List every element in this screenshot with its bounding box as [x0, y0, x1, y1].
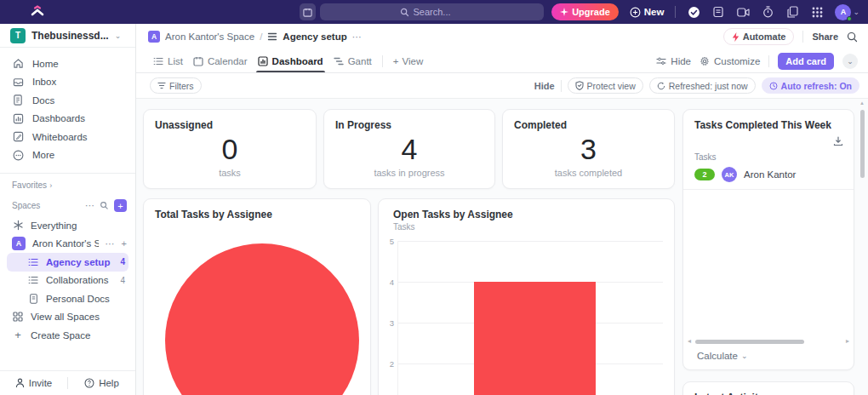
favorites-section-header[interactable]: Favorites › — [0, 173, 135, 193]
space-add-icon[interactable]: + — [122, 238, 127, 249]
space-avatar[interactable]: A — [148, 31, 160, 43]
breadcrumb-space[interactable]: Aron Kantor's Space — [165, 31, 254, 42]
clickup-logo[interactable] — [29, 3, 46, 20]
workspace-switcher[interactable]: T Thebusinessd... ⌄ — [0, 24, 135, 48]
sidebar-item-everything[interactable]: Everything — [0, 216, 135, 235]
breadcrumb-more-icon[interactable]: ⋯ — [352, 31, 362, 43]
scroll-right-icon[interactable]: ▸ — [846, 338, 849, 345]
user-avatar-menu[interactable]: A ⌄ — [835, 4, 859, 20]
tabs-actions-divider — [768, 55, 769, 67]
sidebar-item-more[interactable]: More — [0, 146, 135, 165]
invite-button[interactable]: Invite — [0, 371, 67, 395]
view-header: A Aron Kantor's Space / Agency setup ⋯ A… — [136, 24, 868, 49]
tab-calendar[interactable]: Calendar — [188, 49, 253, 72]
search-bar[interactable] — [320, 3, 544, 20]
y-axis-label: Tasks — [379, 220, 674, 232]
bar-aron-kantor[interactable] — [474, 282, 596, 395]
tabs-divider — [382, 55, 383, 67]
dashboard-canvas: Unassigned 0 tasks In Progress 4 tasks i… — [136, 99, 868, 395]
tab-gantt[interactable]: Gantt — [328, 49, 377, 72]
list-icon — [153, 56, 163, 66]
scroll-left-icon[interactable]: ◂ — [688, 338, 691, 345]
sidebar-nav: Home Inbox Docs Dashboards Whiteboards — [0, 48, 135, 173]
total-tasks-by-assignee-card: Total Tasks by Assignee — [143, 198, 371, 395]
share-button[interactable]: Share — [812, 31, 838, 42]
scrollbar-thumb[interactable] — [695, 340, 804, 344]
timer-icon[interactable] — [761, 5, 774, 19]
completed-card[interactable]: Completed 3 tasks completed — [502, 109, 675, 189]
toolbar-divider — [561, 80, 562, 92]
open-tasks-by-assignee-card: Open Tasks by Assignee Tasks 543210 — [378, 198, 675, 395]
filters-button[interactable]: Filters — [150, 77, 202, 94]
refresh-button[interactable]: Refreshed: just now — [649, 77, 756, 94]
scrollbar-thumb[interactable] — [860, 110, 865, 178]
hide-button[interactable]: Hide — [534, 81, 555, 91]
more-ellipsis-icon — [12, 149, 24, 161]
sidebar-item-dashboards[interactable]: Dashboards — [0, 110, 135, 129]
dashboards-icon — [12, 112, 24, 124]
invite-person-icon — [15, 378, 25, 388]
stat-subtitle: tasks — [219, 168, 241, 178]
search-input[interactable] — [414, 7, 465, 17]
stat-value: 0 — [222, 135, 238, 163]
space-name: Aron Kantor's Space — [32, 238, 99, 249]
video-camera-icon[interactable] — [736, 5, 750, 19]
list-label: Collaborations — [46, 275, 109, 285]
unassigned-card[interactable]: Unassigned 0 tasks — [143, 109, 317, 189]
sidebar-item-personal-docs[interactable]: Personal Docs — [7, 289, 128, 308]
card-title: Completed — [503, 110, 674, 131]
list-view-icon — [267, 31, 277, 42]
main-area: A Aron Kantor's Space / Agency setup ⋯ A… — [136, 24, 868, 395]
stat-value: 3 — [580, 135, 597, 163]
download-icon[interactable] — [833, 136, 843, 146]
customize-button[interactable]: Customize — [700, 56, 760, 66]
completed-count-badge: 2 — [694, 169, 715, 180]
tab-dashboard[interactable]: Dashboard — [253, 49, 328, 72]
sidebar-item-whiteboards[interactable]: Whiteboards — [0, 128, 135, 146]
sidebar-item-collaborations[interactable]: Collaborations 4 — [7, 272, 128, 290]
whiteboards-icon — [12, 131, 24, 143]
space-avatar: A — [12, 237, 26, 250]
column-header: Tasks — [683, 146, 854, 162]
calculate-dropdown[interactable]: Calculate ⌄ — [683, 346, 854, 369]
sidebar-item-agency-setup[interactable]: Agency setup 4 — [7, 253, 128, 272]
sidebar-item-home[interactable]: Home — [0, 54, 135, 73]
assignee-row[interactable]: 2 AK Aron Kantor — [683, 162, 854, 190]
header-actions: Automate Share — [723, 28, 858, 45]
spaces-search-icon[interactable] — [100, 201, 109, 210]
help-button[interactable]: Help — [68, 371, 135, 395]
scroll-up-icon[interactable]: ▲ — [859, 100, 865, 106]
protect-view-button[interactable]: Protect view — [568, 77, 643, 94]
breadcrumb-page[interactable]: Agency setup — [283, 31, 346, 42]
sidebar-item-create-space[interactable]: + Create Space — [0, 326, 135, 345]
help-icon — [84, 378, 94, 388]
topbar-center — [300, 3, 544, 20]
sidebar-item-aron-kantors-space[interactable]: A Aron Kantor's Space ⋯ + — [0, 235, 135, 254]
space-more-icon[interactable]: ⋯ — [106, 238, 115, 249]
spaces-more-icon[interactable]: ⋯ — [85, 200, 94, 211]
bar-chart-plot[interactable]: 543210 — [397, 241, 663, 395]
auto-refresh-toggle[interactable]: Auto refresh: On — [762, 77, 859, 94]
apps-grid-icon[interactable] — [810, 5, 824, 19]
new-button[interactable]: New — [630, 7, 665, 18]
view-search-icon[interactable] — [847, 31, 858, 43]
sidebar-item-view-all-spaces[interactable]: View all Spaces — [0, 308, 135, 327]
notepad-icon[interactable] — [711, 5, 725, 19]
collapse-header-button[interactable]: ⌄ — [842, 54, 858, 69]
vertical-scrollbar: ▲ — [858, 100, 866, 178]
hide-fields-button[interactable]: Hide — [656, 56, 691, 66]
tab-list[interactable]: List — [148, 49, 188, 72]
upgrade-button[interactable]: Upgrade — [551, 3, 619, 20]
sidebar-item-docs[interactable]: Docs — [0, 91, 135, 110]
add-space-button[interactable]: + — [114, 199, 127, 212]
chevron-down-icon: ⌄ — [741, 352, 748, 360]
in-progress-card[interactable]: In Progress 4 tasks in progress — [323, 109, 495, 189]
tasks-check-icon[interactable] — [687, 5, 700, 19]
clips-icon[interactable] — [785, 5, 799, 19]
automate-button[interactable]: Automate — [723, 28, 795, 45]
sidebar-item-inbox[interactable]: Inbox — [0, 73, 135, 92]
pie-chart[interactable] — [165, 243, 359, 395]
add-card-button[interactable]: Add card — [778, 53, 834, 70]
add-view-button[interactable]: + View — [388, 56, 428, 66]
calendar-topbar-button[interactable] — [300, 3, 316, 20]
